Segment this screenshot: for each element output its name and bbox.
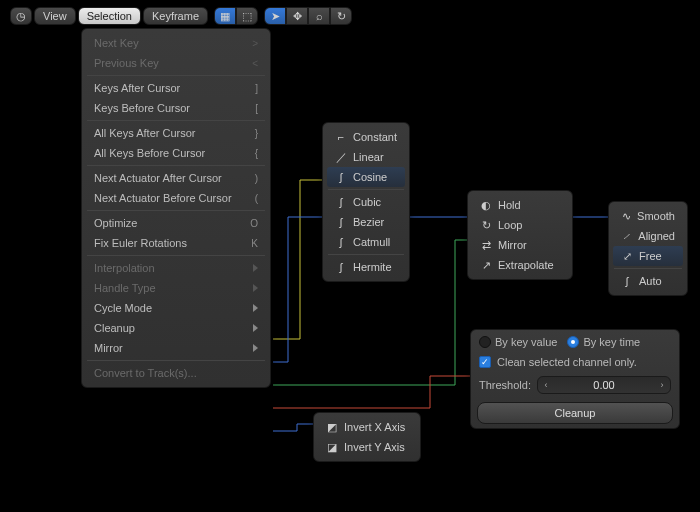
label: Cleanup xyxy=(94,322,135,334)
panel-toggle-1-icon[interactable]: ▦ xyxy=(214,7,236,25)
label: Previous Key xyxy=(94,57,159,69)
interp-hermite[interactable]: ∫Hermite xyxy=(327,257,405,277)
label: Constant xyxy=(353,131,397,143)
chevron-right-icon xyxy=(253,284,258,292)
clean-selected-channel-checkbox[interactable]: ✓ Clean selected channel only. xyxy=(475,354,675,370)
handle-type-submenu: ∿Smooth ⟋Aligned ⤢Free ∫Auto xyxy=(608,201,688,296)
label: Clean selected channel only. xyxy=(497,356,637,368)
interp-cubic[interactable]: ∫Cubic xyxy=(327,192,405,212)
menu-interpolation[interactable]: Interpolation xyxy=(86,258,266,278)
shortcut: } xyxy=(255,128,258,139)
curve-icon: ∫ xyxy=(335,216,347,228)
menu-cleanup[interactable]: Cleanup xyxy=(86,318,266,338)
selection-dropdown: Next Key > Previous Key < Keys After Cur… xyxy=(81,28,271,388)
curve-icon: ⤢ xyxy=(621,250,633,262)
cycle-loop[interactable]: ↻Loop xyxy=(472,215,568,235)
interp-cosine[interactable]: ∫Cosine xyxy=(327,167,405,187)
mirror-invert-x[interactable]: ◩Invert X Axis xyxy=(318,417,416,437)
handle-smooth[interactable]: ∿Smooth xyxy=(613,206,683,226)
menu-fix-euler-rotations[interactable]: Fix Euler Rotations K xyxy=(86,233,266,253)
interp-linear[interactable]: ／Linear xyxy=(327,147,405,167)
menu-all-keys-after-cursor[interactable]: All Keys After Cursor } xyxy=(86,123,266,143)
clock-icon[interactable]: ◷ xyxy=(10,7,32,25)
handle-aligned[interactable]: ⟋Aligned xyxy=(613,226,683,246)
handle-free[interactable]: ⤢Free xyxy=(613,246,683,266)
menu-keys-before-cursor[interactable]: Keys Before Cursor [ xyxy=(86,98,266,118)
separator xyxy=(614,268,682,269)
interp-catmull[interactable]: ∫Catmull xyxy=(327,232,405,252)
menu-all-keys-before-cursor[interactable]: All Keys Before Cursor { xyxy=(86,143,266,163)
menu-keys-after-cursor[interactable]: Keys After Cursor ] xyxy=(86,78,266,98)
tool-select-icon[interactable]: ➤ xyxy=(264,7,286,25)
label: Loop xyxy=(498,219,522,231)
curve-icon: ∫ xyxy=(335,261,347,273)
label: Keys After Cursor xyxy=(94,82,180,94)
label: Hold xyxy=(498,199,521,211)
label: Extrapolate xyxy=(498,259,554,271)
label: Keys Before Cursor xyxy=(94,102,190,114)
handle-auto[interactable]: ∫Auto xyxy=(613,271,683,291)
cleanup-button[interactable]: Cleanup xyxy=(477,402,673,424)
label: All Keys Before Cursor xyxy=(94,147,205,159)
shortcut: [ xyxy=(255,103,258,114)
menu-convert-to-tracks[interactable]: Convert to Track(s)... xyxy=(86,363,266,383)
radio-by-key-time[interactable]: By key time xyxy=(567,336,640,348)
cleanup-mode-radios: By key value By key time xyxy=(475,334,675,350)
mirror-invert-y[interactable]: ◪Invert Y Axis xyxy=(318,437,416,457)
menu-cycle-mode[interactable]: Cycle Mode xyxy=(86,298,266,318)
radio-by-key-value[interactable]: By key value xyxy=(479,336,557,348)
separator xyxy=(87,120,265,121)
label: Cosine xyxy=(353,171,387,183)
label: Next Actuator After Cursor xyxy=(94,172,222,184)
threshold-spinner[interactable]: ‹ 0.00 › xyxy=(537,376,671,394)
chevron-right-icon xyxy=(253,264,258,272)
mirror-icon: ⇄ xyxy=(480,239,492,251)
cycle-mode-submenu: ◐Hold ↻Loop ⇄Mirror ↗Extrapolate xyxy=(467,190,573,280)
shortcut: { xyxy=(255,148,258,159)
separator xyxy=(87,75,265,76)
interp-bezier[interactable]: ∫Bezier xyxy=(327,212,405,232)
shortcut: O xyxy=(250,218,258,229)
chevron-right-icon[interactable]: › xyxy=(654,380,670,390)
label: Cycle Mode xyxy=(94,302,152,314)
curve-icon: ⌐ xyxy=(335,131,347,143)
interpolation-submenu: ⌐Constant ／Linear ∫Cosine ∫Cubic ∫Bezier… xyxy=(322,122,410,282)
tool-refresh-icon[interactable]: ↻ xyxy=(330,7,352,25)
cycle-extrapolate[interactable]: ↗Extrapolate xyxy=(472,255,568,275)
selection-menu-button[interactable]: Selection xyxy=(78,7,141,25)
radio-icon xyxy=(479,336,491,348)
threshold-value: 0.00 xyxy=(554,379,654,391)
tool-zoom-icon[interactable]: ⌕ xyxy=(308,7,330,25)
separator xyxy=(87,255,265,256)
chevron-right-icon xyxy=(253,324,258,332)
cycle-hold[interactable]: ◐Hold xyxy=(472,195,568,215)
menu-mirror[interactable]: Mirror xyxy=(86,338,266,358)
menu-next-key[interactable]: Next Key > xyxy=(86,33,266,53)
flip-y-icon: ◪ xyxy=(326,441,338,453)
chevron-right-icon xyxy=(253,304,258,312)
panel-toggle-2-icon[interactable]: ⬚ xyxy=(236,7,258,25)
cycle-mirror[interactable]: ⇄Mirror xyxy=(472,235,568,255)
menu-next-actuator-before-cursor[interactable]: Next Actuator Before Cursor ( xyxy=(86,188,266,208)
flip-x-icon: ◩ xyxy=(326,421,338,433)
menu-next-actuator-after-cursor[interactable]: Next Actuator After Cursor ) xyxy=(86,168,266,188)
label: Free xyxy=(639,250,662,262)
label: Cubic xyxy=(353,196,381,208)
label: Fix Euler Rotations xyxy=(94,237,187,249)
curve-icon: ／ xyxy=(335,151,347,163)
label: Mirror xyxy=(94,342,123,354)
tool-move-icon[interactable]: ✥ xyxy=(286,7,308,25)
keyframe-menu-button[interactable]: Keyframe xyxy=(143,7,208,25)
hold-icon: ◐ xyxy=(480,199,492,211)
chevron-left-icon[interactable]: ‹ xyxy=(538,380,554,390)
menu-handle-type[interactable]: Handle Type xyxy=(86,278,266,298)
label: Bezier xyxy=(353,216,384,228)
label: Linear xyxy=(353,151,384,163)
interp-constant[interactable]: ⌐Constant xyxy=(327,127,405,147)
shortcut: K xyxy=(251,238,258,249)
label: Aligned xyxy=(638,230,675,242)
view-menu-button[interactable]: View xyxy=(34,7,76,25)
menu-previous-key[interactable]: Previous Key < xyxy=(86,53,266,73)
menu-optimize[interactable]: Optimize O xyxy=(86,213,266,233)
shortcut: < xyxy=(252,58,258,69)
